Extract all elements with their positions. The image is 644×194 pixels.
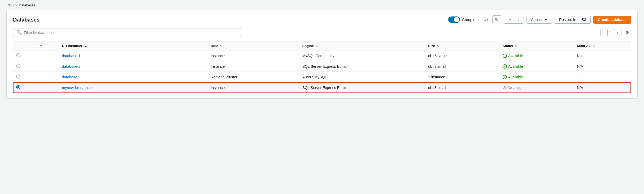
row-engine: SQL Server Express Edition <box>299 82 425 93</box>
breadcrumb-separator: > <box>15 3 17 7</box>
db-link-database-2[interactable]: database-2 <box>62 64 81 69</box>
row-status: Available <box>499 61 574 72</box>
sort-engine-icon: ▽ <box>316 44 318 48</box>
db-link-database-3[interactable]: database-3 <box>62 75 81 79</box>
status-label: Available <box>508 64 523 69</box>
sort-size-icon: ▽ <box>437 44 439 48</box>
row-size: 1 instance <box>425 72 499 82</box>
col-header-select <box>13 41 36 50</box>
row-size: db.t3.small <box>425 82 499 93</box>
row-role: Instance <box>207 82 299 93</box>
col-size-label: Size <box>428 44 435 48</box>
breadcrumb-current: Databases <box>19 3 35 7</box>
col-status-label: Status <box>503 44 513 48</box>
status-available-icon <box>503 54 507 58</box>
breadcrumb-rds-link[interactable]: RDS <box>6 3 14 7</box>
modify-label: Modify <box>508 18 519 22</box>
db-link-database-1[interactable]: database-1 <box>62 54 81 58</box>
settings-icon-button[interactable]: ⚙ <box>624 29 631 36</box>
row-multi-az: - <box>574 72 631 82</box>
status-label: Available <box>508 75 523 79</box>
expand-header-icon[interactable]: + <box>39 44 43 48</box>
table-row[interactable]: database-1InstanceMySQL Communitydb.r6i.… <box>13 50 631 61</box>
status-creating-icon: ⊙ <box>503 85 506 90</box>
row-status: Available <box>499 72 574 82</box>
status-available-icon <box>503 64 507 69</box>
refresh-icon: ↻ <box>495 17 498 22</box>
breadcrumb: RDS > Databases <box>0 0 644 10</box>
pagination-current: 1 <box>610 31 612 35</box>
row-size: db.t3.small <box>425 61 499 72</box>
pagination-prev-button[interactable]: ‹ <box>600 29 608 36</box>
row-radio-database-1[interactable] <box>16 53 20 57</box>
row-radio-database-2[interactable] <box>16 64 20 68</box>
create-database-button[interactable]: Create database <box>593 16 631 24</box>
card-header: Databases Group resources ↻ Modify Actio… <box>13 15 631 24</box>
create-label: Create database <box>598 18 626 22</box>
table-row[interactable]: mynewdbinstanceInstanceSQL Server Expres… <box>13 82 631 93</box>
group-resources-switch[interactable] <box>448 16 460 23</box>
row-role: Regional cluster <box>207 72 299 82</box>
row-role: Instance <box>207 50 299 61</box>
sort-multi-az-icon: ▽ <box>593 44 595 48</box>
expand-row-database-3[interactable]: + <box>39 75 43 79</box>
row-size: db.r6i.large <box>425 50 499 61</box>
sort-db-identifier-icon: ▲ <box>84 44 87 48</box>
databases-card: Databases Group resources ↻ Modify Actio… <box>6 10 638 99</box>
restore-label: Restore from S3 <box>559 18 586 22</box>
search-bar[interactable]: 🔍 <box>13 28 241 37</box>
sort-role-icon: ▽ <box>220 44 222 48</box>
page-title: Databases <box>13 17 40 23</box>
actions-label: Actions <box>531 18 543 22</box>
actions-button[interactable]: Actions ▼ <box>526 16 552 24</box>
row-engine: SQL Server Express Edition <box>299 61 425 72</box>
status-label: Creating <box>507 86 521 90</box>
actions-dropdown-icon: ▼ <box>545 18 547 21</box>
row-multi-az: No <box>574 50 631 61</box>
row-status: Available <box>499 50 574 61</box>
row-role: Instance <box>207 61 299 72</box>
row-status: ⊙Creating <box>499 82 574 93</box>
row-multi-az: N/A <box>574 82 631 93</box>
db-link-mynewdbinstance[interactable]: mynewdbinstance <box>62 86 92 90</box>
col-db-identifier-label: DB identifier <box>62 44 82 48</box>
search-input[interactable] <box>24 31 238 35</box>
databases-table: + DB identifier ▲ Role ▽ Engine ▽ Size ▽ <box>13 41 631 93</box>
modify-button[interactable]: Modify <box>504 16 524 24</box>
search-row: 🔍 ‹ 1 › ⚙ <box>13 28 631 37</box>
row-multi-az: N/A <box>574 61 631 72</box>
row-radio-database-3[interactable] <box>16 74 20 79</box>
col-multi-az-label: Multi-AZ <box>577 44 591 48</box>
col-header-role[interactable]: Role ▽ <box>207 41 299 50</box>
pagination: ‹ 1 › ⚙ <box>600 29 631 36</box>
header-actions: Group resources ↻ Modify Actions ▼ Resto… <box>448 15 631 24</box>
col-header-status[interactable]: Status ▽ <box>499 41 574 50</box>
table-header-row: + DB identifier ▲ Role ▽ Engine ▽ Size ▽ <box>13 41 631 50</box>
col-role-label: Role <box>211 44 218 48</box>
group-resources-label: Group resources <box>462 18 490 22</box>
col-engine-label: Engine <box>302 44 314 48</box>
row-engine: Aurora MySQL <box>299 72 425 82</box>
refresh-button[interactable]: ↻ <box>492 15 501 24</box>
col-header-size[interactable]: Size ▽ <box>425 41 499 50</box>
restore-s3-button[interactable]: Restore from S3 <box>555 16 591 24</box>
table-row[interactable]: +database-3Regional clusterAurora MySQL1… <box>13 72 631 82</box>
table-row[interactable]: database-2InstanceSQL Server Express Edi… <box>13 61 631 72</box>
group-resources-toggle[interactable]: Group resources <box>448 16 490 23</box>
search-icon: 🔍 <box>16 30 22 35</box>
pagination-next-button[interactable]: › <box>614 29 621 36</box>
status-available-icon <box>503 75 507 79</box>
row-radio-mynewdbinstance[interactable] <box>16 85 20 89</box>
col-header-expand: + <box>36 41 59 50</box>
status-label: Available <box>508 54 523 58</box>
sort-status-icon: ▽ <box>515 44 517 48</box>
col-header-multi-az[interactable]: Multi-AZ ▽ <box>574 41 631 50</box>
col-header-db-identifier[interactable]: DB identifier ▲ <box>59 41 208 50</box>
col-header-engine[interactable]: Engine ▽ <box>299 41 425 50</box>
row-engine: MySQL Community <box>299 50 425 61</box>
